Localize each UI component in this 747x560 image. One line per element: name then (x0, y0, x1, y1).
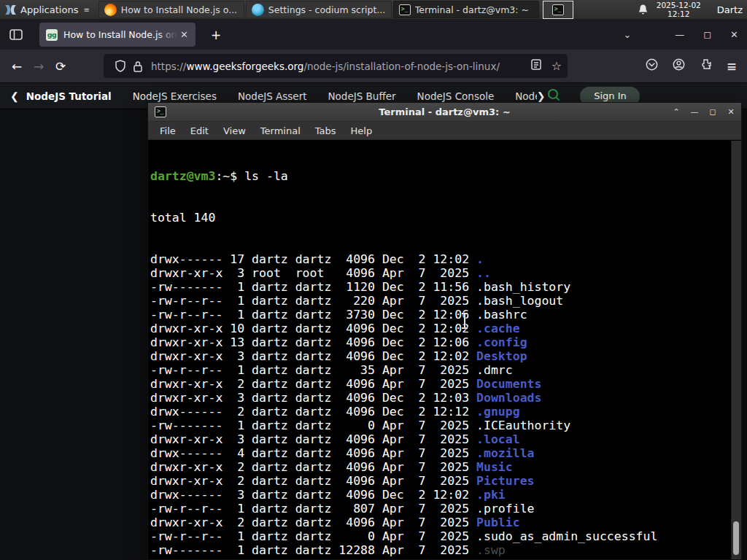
terminal-menu-view[interactable]: View (216, 125, 253, 136)
tab-title: How to Install Node.js on (63, 29, 177, 40)
terminal-menu-edit[interactable]: Edit (183, 125, 216, 136)
terminal-minimize-button[interactable]: — (690, 107, 699, 117)
terminal-line: drwxr-xr-x 13 dartz dartz 4096 Dec 2 12:… (150, 335, 657, 349)
hamburger-menu-icon[interactable]: ≡ (727, 59, 737, 74)
terminal-launcher[interactable] (543, 1, 573, 19)
firefox-icon (104, 4, 117, 16)
terminal-window: Terminal - dartz@vm3: ~ ⌃ — ◻ ✕ FileEdit… (147, 102, 742, 560)
reload-button[interactable]: ⟳ (50, 55, 71, 77)
url-protocol: https:// (151, 61, 186, 72)
site-nav-link[interactable]: NodeJS Exercises (133, 90, 217, 102)
list-all-tabs-icon[interactable]: ⌄ (623, 29, 631, 40)
terminal-menu-terminal[interactable]: Terminal (253, 125, 308, 136)
terminal-maximize-button[interactable]: ◻ (708, 107, 717, 117)
taskbar: How to Install Node.js o...Settings - co… (98, 0, 540, 19)
tab-close-icon[interactable]: ✕ (177, 28, 191, 42)
terminal-menu-tabs[interactable]: Tabs (308, 125, 344, 136)
terminal-body[interactable]: dartz@vm3:~$ ls -la total 140 drwx------… (148, 141, 741, 559)
terminal-line: drwxr-xr-x 3 dartz dartz 4096 Dec 2 12:0… (150, 391, 657, 405)
tracking-shield-icon[interactable] (112, 60, 129, 72)
taskbar-window-button[interactable]: Terminal - dartz@vm3: ~ (393, 1, 539, 18)
file-name: Templates (476, 557, 541, 559)
browser-minimize-button[interactable]: — (675, 29, 684, 40)
file-name: .dmrc (476, 363, 513, 377)
terminal-shade-button[interactable]: ⌃ (672, 107, 681, 117)
terminal-menu-help[interactable]: Help (344, 125, 380, 136)
pocket-icon[interactable] (646, 58, 658, 74)
reader-mode-icon[interactable] (531, 59, 541, 73)
taskbar-window-button[interactable]: Settings - codium script... (246, 1, 392, 18)
terminal-line: drwxr-xr-x 3 root root 4096 Apr 7 2025 .… (150, 266, 657, 280)
applications-menu-button[interactable]: Applications ≡ (0, 0, 95, 19)
browser-close-button[interactable]: ✕ (730, 29, 738, 40)
browser-maximize-button[interactable]: ◻ (703, 29, 711, 40)
forward-button[interactable]: → (28, 55, 50, 77)
back-button[interactable]: ← (6, 55, 28, 77)
site-nav-link[interactable]: NodeJS Tutorial (26, 90, 112, 102)
terminal-close-button[interactable]: ✕ (727, 107, 735, 117)
url-bar[interactable]: https://www.geeksforgeeks.org/node-js/in… (104, 54, 568, 78)
site-nav-links: NodeJS TutorialNodeJS ExercisesNodeJS As… (26, 90, 537, 102)
browser-toolbar: ← → ⟳ https://www.geeksforgeeks.org/node… (0, 50, 747, 83)
file-name: .profile (476, 502, 534, 516)
terminal-line: -rw------- 1 dartz dartz 1120 Dec 2 11:5… (150, 280, 657, 294)
terminal-launcher-icon (552, 4, 564, 15)
terminal-total-line: total 140 (150, 211, 657, 225)
applications-logo-icon (4, 4, 17, 16)
site-nav-link[interactable]: NodeJS Crypto (515, 90, 537, 102)
terminal-title: Terminal - dartz@vm3: ~ (148, 106, 741, 117)
terminal-line: -rw-r--r-- 1 dartz dartz 3730 Dec 2 12:0… (150, 308, 657, 322)
terminal-line: -rw-r--r-- 1 dartz dartz 0 Apr 7 2025 .s… (150, 529, 657, 543)
terminal-menu-file[interactable]: File (152, 125, 183, 136)
file-name: Documents (476, 377, 541, 391)
file-name: Pictures (476, 474, 534, 488)
firefox-view-icon[interactable] (7, 26, 25, 44)
terminal-line: drwxr-xr-x 2 dartz dartz 4096 Apr 7 2025… (150, 460, 657, 474)
file-name: .ICEauthority (476, 419, 570, 432)
nav-scroll-right-icon[interactable]: ❯ (537, 90, 546, 102)
site-nav-link[interactable]: NodeJS Console (417, 90, 495, 102)
url-text[interactable]: https://www.geeksforgeeks.org/node-js/in… (151, 61, 527, 72)
site-nav-link[interactable]: NodeJS Assert (238, 90, 307, 102)
terminal-titlebar[interactable]: Terminal - dartz@vm3: ~ ⌃ — ◻ ✕ (148, 103, 741, 122)
url-path: /node-js/installation-of-node-js-on-linu… (303, 61, 500, 72)
terminal-line: drwx------ 17 dartz dartz 4096 Dec 2 12:… (150, 252, 657, 266)
terminal-window-icon (155, 106, 166, 117)
extensions-puzzle-icon[interactable] (700, 58, 712, 74)
terminal-line: drwxr-xr-x 3 dartz dartz 4096 Dec 2 12:0… (150, 349, 657, 363)
file-name: Public (476, 516, 520, 529)
bookmark-star-icon[interactable]: ☆ (551, 59, 562, 73)
new-tab-button[interactable]: + (206, 26, 226, 44)
terminal-output: dartz@vm3:~$ ls -la total 140 drwx------… (150, 141, 657, 559)
mouse-ibeam-cursor (460, 312, 469, 332)
account-icon[interactable] (673, 58, 685, 74)
taskbar-window-label: Terminal - dartz@vm3: ~ (415, 4, 529, 15)
terminal-line: -rw-r--r-- 1 dartz dartz 807 Apr 7 2025 … (150, 502, 657, 516)
file-name: Desktop (476, 349, 527, 363)
terminal-scrollbar-thumb[interactable] (733, 521, 739, 555)
applications-label: Applications (20, 4, 78, 15)
panel-user-label: Dartz (717, 4, 743, 15)
taskbar-window-button[interactable]: How to Install Node.js o... (98, 1, 244, 18)
applications-caret-icon: ≡ (83, 6, 90, 14)
nav-scroll-left-icon[interactable]: ❮ (10, 90, 19, 102)
site-nav-link[interactable]: NodeJS Buffer (328, 90, 396, 102)
terminal-menubar: FileEditViewTerminalTabsHelp (148, 122, 741, 140)
notification-bell-icon[interactable] (636, 4, 651, 15)
terminal-prompt-line: dartz@vm3:~$ ls -la (150, 169, 657, 183)
codium-icon (252, 4, 264, 16)
terminal-line: drwxr-xr-x 2 dartz dartz 4096 Apr 7 2025… (150, 516, 657, 529)
terminal-line: -rw------- 1 dartz dartz 12288 Apr 7 202… (150, 543, 657, 557)
taskbar-window-label: Settings - codium script... (268, 4, 385, 15)
terminal-scrollbar[interactable] (731, 141, 741, 559)
terminal-command: ls -la (244, 169, 288, 183)
file-name: .cache (476, 322, 520, 335)
file-name: .swp (476, 543, 506, 557)
taskbar-window-label: How to Install Node.js o... (121, 4, 237, 15)
terminal-line: drwx------ 3 dartz dartz 4096 Dec 2 12:0… (150, 488, 657, 502)
terminal-line: drwxr-xr-x 2 dartz dartz 4096 Apr 7 2025… (150, 557, 657, 559)
file-name: .config (476, 335, 527, 349)
browser-tab[interactable]: gg How to Install Node.js on ✕ (39, 23, 196, 47)
panel-clock[interactable]: 2025-12-02 12:12 (657, 1, 701, 18)
lock-icon[interactable] (129, 61, 147, 72)
